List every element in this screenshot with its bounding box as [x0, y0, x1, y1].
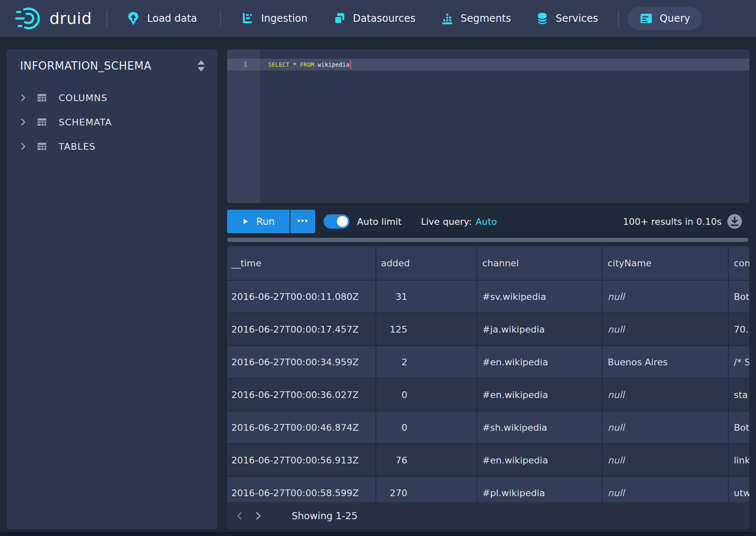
table-row: 2016-06-27T00:00:17.457Z 125 #ja.wikiped…	[227, 312, 749, 345]
cell-time[interactable]: 2016-06-27T00:00:34.959Z	[227, 346, 376, 378]
table-row: 2016-06-27T00:00:46.874Z 0 #sh.wikipedia…	[227, 411, 749, 443]
cell-comment[interactable]: Bot	[729, 281, 749, 312]
sidebar-item-label: SCHEMATA	[59, 117, 112, 127]
cell-time[interactable]: 2016-06-27T00:00:36.027Z	[227, 379, 376, 411]
pagination-prev-button[interactable]	[230, 507, 249, 525]
nav-ingestion[interactable]: Ingestion	[241, 0, 308, 37]
chevron-right-icon[interactable]	[18, 117, 35, 127]
cell-added[interactable]: 0	[376, 379, 477, 411]
cell-cityname[interactable]: Buenos Aires	[603, 346, 729, 378]
run-button-group: Run •••	[227, 210, 315, 233]
datasources-icon	[332, 11, 347, 26]
cell-cityname[interactable]: null	[603, 444, 729, 476]
segments-icon	[440, 11, 454, 26]
sidebar-item-schemata[interactable]: SCHEMATA	[7, 110, 217, 134]
sort-toggle-icon[interactable]	[196, 60, 206, 72]
table-row: 2016-06-27T00:00:34.959Z 2 #en.wikipedia…	[227, 345, 749, 378]
cell-cityname[interactable]: null	[603, 379, 729, 411]
cell-comment[interactable]: /* S	[729, 346, 749, 378]
cell-cityname[interactable]: null	[603, 313, 729, 345]
cell-added[interactable]: 270	[376, 477, 477, 502]
schema-header: INFORMATION_SCHEMA	[7, 49, 217, 76]
cell-cityname[interactable]: null	[603, 477, 729, 502]
cell-added[interactable]: 125	[376, 313, 477, 345]
pagination-next-button[interactable]	[249, 507, 267, 525]
table-row: 2016-06-27T00:00:36.027Z 0 #en.wikipedia…	[227, 378, 749, 411]
services-icon	[535, 11, 549, 26]
cell-added[interactable]: 0	[376, 411, 477, 443]
run-button[interactable]: Run	[227, 210, 290, 233]
cell-time[interactable]: 2016-06-27T00:00:58.599Z	[227, 477, 376, 502]
cell-added[interactable]: 2	[376, 346, 477, 378]
cell-comment[interactable]: 70.1	[729, 313, 749, 345]
more-dots-icon: •••	[297, 216, 308, 226]
cell-channel[interactable]: #en.wikipedia	[477, 379, 603, 411]
sql-editor[interactable]: 1 SELECT * FROM wikipedia	[227, 49, 749, 203]
cell-comment[interactable]: linki	[729, 444, 749, 476]
column-header-added[interactable]: added	[376, 246, 477, 280]
sidebar-item-columns[interactable]: COLUMNS	[7, 86, 217, 110]
chevron-right-icon[interactable]	[18, 93, 35, 103]
sidebar-item-label: TABLES	[59, 141, 96, 152]
nav-load-data[interactable]: Load data	[126, 0, 197, 37]
cell-cityname[interactable]: null	[603, 281, 729, 312]
cell-added[interactable]: 31	[376, 281, 477, 312]
play-icon	[242, 218, 249, 225]
top-navbar: druid Load data Ingestion	[0, 0, 756, 37]
cell-cityname[interactable]: null	[603, 411, 729, 443]
live-query-value[interactable]: Auto	[476, 216, 497, 227]
cell-time[interactable]: 2016-06-27T00:00:17.457Z	[227, 313, 376, 345]
cell-comment[interactable]: Bot	[729, 411, 749, 443]
cell-time[interactable]: 2016-06-27T00:00:46.874Z	[227, 411, 376, 443]
query-icon	[639, 11, 653, 26]
cell-channel[interactable]: #pl.wikipedia	[477, 477, 603, 502]
column-header-time[interactable]: __time	[227, 246, 376, 280]
cell-time[interactable]: 2016-06-27T00:00:56.913Z	[227, 444, 376, 476]
table-header-row: __time added channel cityName comment	[227, 246, 749, 280]
cell-time[interactable]: 2016-06-27T00:00:11.080Z	[227, 281, 376, 312]
sql-star: *	[293, 61, 296, 68]
download-icon	[727, 213, 743, 229]
nav-datasources[interactable]: Datasources	[332, 0, 416, 37]
nav-segments[interactable]: Segments	[440, 0, 511, 37]
column-header-cityname[interactable]: cityName	[603, 246, 729, 280]
nav-services[interactable]: Services	[535, 0, 598, 37]
cell-channel[interactable]: #sh.wikipedia	[477, 411, 603, 443]
nav-query-active[interactable]: Query	[628, 7, 702, 30]
chevron-right-icon	[253, 510, 264, 521]
druid-logo[interactable]: druid	[15, 0, 92, 37]
cell-channel[interactable]: #en.wikipedia	[477, 346, 603, 378]
line-number: 1	[227, 59, 247, 70]
nav-services-label: Services	[556, 13, 598, 24]
cell-channel[interactable]: #sv.wikipedia	[477, 281, 603, 312]
column-header-channel[interactable]: channel	[477, 246, 603, 280]
cell-channel[interactable]: #ja.wikipedia	[477, 313, 603, 345]
column-header-comment[interactable]: comment	[729, 246, 749, 280]
auto-limit-toggle[interactable]	[324, 214, 350, 229]
table-grid-icon	[35, 141, 59, 152]
horizontal-scrollbar[interactable]	[227, 238, 748, 242]
nav-datasources-label: Datasources	[353, 13, 416, 24]
sql-identifier: wikipedia	[318, 61, 350, 68]
sql-keyword: FROM	[300, 61, 314, 68]
table-row: 2016-06-27T00:00:58.599Z 270 #pl.wikiped…	[227, 476, 749, 502]
run-more-button[interactable]: •••	[290, 210, 315, 233]
cell-comment[interactable]: sta	[729, 379, 749, 411]
cell-comment[interactable]: utw	[729, 477, 749, 502]
results-table: __time added channel cityName comment 20…	[227, 246, 749, 529]
window-bottom-edge	[0, 532, 756, 536]
table-body: 2016-06-27T00:00:11.080Z 31 #sv.wikipedi…	[227, 280, 749, 502]
nav-query-label: Query	[660, 13, 690, 24]
download-button[interactable]	[727, 213, 743, 229]
cell-channel[interactable]: #en.wikipedia	[477, 444, 603, 476]
table-grid-icon	[35, 116, 59, 128]
nav-separator	[106, 10, 107, 27]
results-summary: 100+ results in 0.10s	[623, 216, 722, 227]
auto-limit-label: Auto limit	[357, 216, 401, 227]
query-toolbar: Run ••• Auto limit Live query: Auto 100+…	[227, 210, 749, 233]
chevron-right-icon[interactable]	[18, 141, 35, 151]
sql-text[interactable]: SELECT * FROM wikipedia	[268, 59, 351, 70]
sidebar-item-tables[interactable]: TABLES	[7, 134, 217, 159]
cell-added[interactable]: 76	[376, 444, 477, 476]
table-row: 2016-06-27T00:00:11.080Z 31 #sv.wikipedi…	[227, 280, 749, 312]
